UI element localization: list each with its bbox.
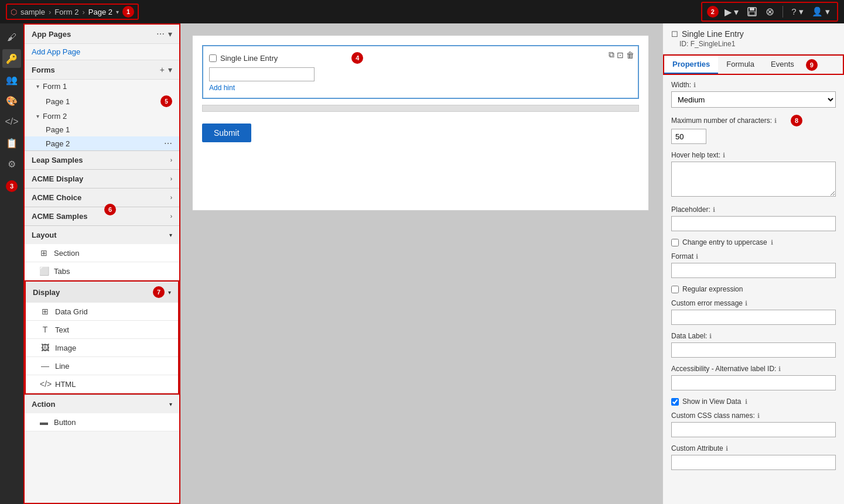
add-app-page-link[interactable]: Add App Page: [32, 47, 80, 56]
app-pages-collapse-btn[interactable]: ▾: [168, 29, 172, 39]
accessibility-info-icon[interactable]: ℹ: [778, 365, 781, 373]
tab-properties[interactable]: Properties: [664, 56, 718, 74]
design-icon[interactable]: 🎨: [2, 91, 21, 110]
forms-controls: + ▾: [160, 65, 172, 74]
acme-choice-header[interactable]: ACME Choice ›: [25, 188, 179, 207]
prop-data-label: Data Label: ℹ: [671, 332, 836, 358]
leap-samples-chevron: ›: [170, 157, 172, 163]
right-panel-title: ☐ Single Line Entry: [671, 29, 836, 39]
help-button[interactable]: ? ▾: [789, 5, 806, 18]
forms-add-btn[interactable]: +: [160, 65, 165, 74]
regex-checkbox[interactable]: [671, 286, 679, 293]
max-chars-info-icon[interactable]: ℹ: [774, 117, 777, 125]
forms-header: Forms + ▾: [25, 60, 179, 80]
field-copy-icon[interactable]: ⧉: [609, 50, 614, 60]
breadcrumb-sep2: ›: [82, 8, 84, 16]
prop-placeholder: Placeholder: ℹ: [671, 205, 836, 231]
accessibility-input[interactable]: [671, 375, 836, 390]
palette-section-acme-choice: ACME Choice ›: [25, 188, 179, 207]
prop-custom-attr: Custom Attribute ℹ: [671, 444, 836, 470]
forms-collapse-btn[interactable]: ▾: [168, 65, 172, 74]
field-delete-icon[interactable]: 🗑: [626, 50, 634, 60]
close-button[interactable]: ⊗: [763, 4, 777, 19]
custom-error-input[interactable]: [671, 310, 836, 325]
show-view-data-info-icon[interactable]: ℹ: [745, 398, 747, 406]
single-line-field[interactable]: ⧉ ⊡ 🗑 Single Line Entry 4 Add hint: [202, 45, 639, 99]
uppercase-checkbox[interactable]: [671, 239, 679, 246]
custom-css-info-icon[interactable]: ℹ: [757, 412, 760, 420]
hover-help-textarea[interactable]: [671, 162, 836, 197]
display-header[interactable]: Display 7 ▾: [26, 282, 178, 303]
save-button[interactable]: [744, 5, 760, 18]
image-palette-item[interactable]: 🖼 Image: [26, 339, 178, 357]
acme-samples-header[interactable]: ACME Samples ›: [25, 207, 179, 225]
placeholder-input[interactable]: [671, 216, 836, 231]
tab-formula[interactable]: Formula: [718, 56, 763, 74]
form1-item[interactable]: ▾ Form 1: [25, 80, 179, 93]
button-palette-item[interactable]: ▬ Button: [25, 413, 179, 431]
field-text-input[interactable]: [209, 67, 315, 81]
right-panel: ☐ Single Line Entry ID: F_SingleLine1 Pr…: [662, 23, 844, 504]
show-view-data-checkbox[interactable]: [671, 398, 679, 406]
image-icon: 🖼: [40, 343, 50, 352]
prop-width: Width: ℹ Medium Small Large Extra Large: [671, 81, 836, 108]
breadcrumb-form2[interactable]: Form 2: [54, 8, 78, 16]
form2-page2-item[interactable]: Page 2 ⋯: [25, 136, 179, 150]
run-button[interactable]: ▶ ▾: [722, 5, 741, 19]
breadcrumb-sample[interactable]: sample: [20, 8, 45, 16]
acme-display-header[interactable]: ACME Display ›: [25, 170, 179, 188]
html-palette-item[interactable]: </> HTML: [26, 375, 178, 393]
data-label-input[interactable]: [671, 342, 836, 358]
section-palette-item[interactable]: ⊞ Section: [25, 244, 179, 262]
line-palette-item[interactable]: — Line: [26, 357, 178, 375]
prop-custom-error: Custom error message ℹ: [671, 299, 836, 325]
form1-page1-item[interactable]: Page 1 5: [25, 93, 179, 109]
settings-icon[interactable]: ⚙: [2, 155, 21, 173]
breadcrumb-dropdown-icon[interactable]: ▾: [116, 9, 119, 15]
tab-events[interactable]: Events: [763, 56, 802, 74]
form2-item[interactable]: ▾ Form 2: [25, 109, 179, 123]
user-button[interactable]: 👤 ▾: [809, 5, 832, 18]
acme-display-title: ACME Display: [32, 174, 83, 183]
custom-error-info-icon[interactable]: ℹ: [745, 300, 747, 307]
forms-icon[interactable]: 🔑: [2, 49, 21, 68]
code-icon[interactable]: </>: [2, 112, 21, 131]
field-move-icon[interactable]: ⊡: [617, 50, 624, 60]
leap-samples-header[interactable]: Leap Samples ›: [25, 151, 179, 169]
acme-samples-chevron: ›: [170, 213, 172, 220]
badge-7: 7: [153, 286, 165, 298]
layout-header[interactable]: Layout ▾: [25, 226, 179, 244]
submit-button[interactable]: Submit: [202, 124, 251, 142]
format-info-icon[interactable]: ℹ: [696, 253, 698, 260]
custom-css-input[interactable]: [671, 422, 836, 437]
data-label-info-icon[interactable]: ℹ: [709, 332, 712, 340]
palette-icon[interactable]: 🖌: [2, 28, 21, 47]
data-grid-palette-item[interactable]: ⊞ Data Grid: [26, 303, 178, 321]
width-select[interactable]: Medium Small Large Extra Large: [671, 91, 836, 108]
hover-help-info-icon[interactable]: ℹ: [723, 152, 725, 159]
app-pages-more-btn[interactable]: ⋯: [156, 29, 165, 39]
form2-page1-item[interactable]: Page 1: [25, 123, 179, 136]
max-chars-input[interactable]: [671, 129, 706, 144]
width-info-icon[interactable]: ℹ: [693, 81, 696, 89]
text-palette-item[interactable]: T Text: [26, 321, 178, 339]
field-hint[interactable]: Add hint: [209, 84, 632, 92]
add-app-page-container: Add App Page: [25, 44, 179, 60]
breadcrumb-page2[interactable]: Page 2: [88, 8, 112, 16]
data-icon[interactable]: 📋: [2, 133, 21, 152]
uppercase-info-icon[interactable]: ℹ: [771, 239, 773, 246]
action-header[interactable]: Action ▾: [25, 395, 179, 413]
field-required-checkbox[interactable]: [209, 54, 217, 62]
custom-attr-input[interactable]: [671, 455, 836, 470]
format-input[interactable]: [671, 263, 836, 278]
users-icon[interactable]: 👥: [2, 70, 21, 89]
placeholder-info-icon[interactable]: ℹ: [713, 206, 715, 214]
tabs-palette-item[interactable]: ⬜ Tabs: [25, 262, 179, 280]
app-pages-controls: ⋯ ▾: [156, 29, 172, 39]
prop-max-chars: Maximum number of characters: ℹ 8: [671, 115, 836, 144]
text-icon: T: [40, 325, 50, 334]
svg-rect-2: [749, 12, 755, 15]
custom-attr-info-icon[interactable]: ℹ: [726, 445, 728, 452]
palette-section-action: Action ▾ ▬ Button: [25, 395, 179, 431]
page2-more-btn[interactable]: ⋯: [164, 139, 172, 148]
